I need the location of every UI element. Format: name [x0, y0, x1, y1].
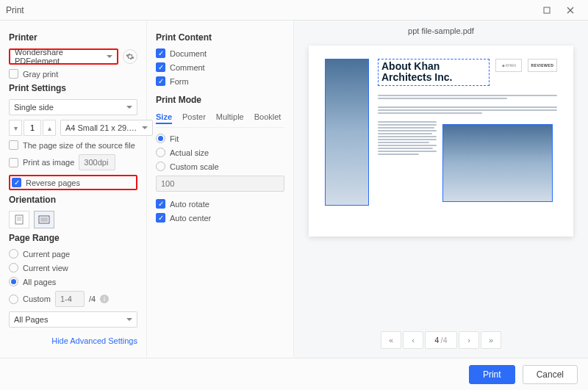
document-label: Document — [170, 49, 207, 58]
all-pages-label: All pages — [23, 278, 56, 286]
paper-value: A4 Small 21 x 29.7 cm — [65, 123, 139, 132]
printer-settings-button[interactable] — [123, 49, 137, 64]
orientation-heading: Orientation — [9, 195, 137, 205]
titlebar: Print — [0, 0, 588, 21]
source-size-checkbox[interactable] — [9, 140, 18, 150]
pager-prev-button[interactable]: ‹ — [403, 331, 423, 349]
actual-size-radio[interactable] — [156, 148, 165, 157]
preview-pager: « ‹ 4/4 › » — [294, 325, 588, 358]
preview-reviewed-badge: REVIEWED — [528, 59, 557, 72]
orientation-landscape-button[interactable] — [34, 211, 54, 228]
chevron-down-icon — [126, 318, 132, 321]
info-icon: i — [100, 295, 109, 303]
print-mode-tabs: Size Poster Multiple Booklet — [156, 111, 284, 128]
printer-heading: Printer — [9, 32, 137, 43]
custom-radio[interactable] — [9, 295, 18, 304]
print-button[interactable]: Print — [469, 365, 515, 384]
page-subset-select[interactable]: All Pages — [9, 311, 137, 328]
side-select[interactable]: Single side — [9, 99, 137, 115]
custom-range-input — [55, 291, 85, 307]
print-settings-heading: Print Settings — [9, 83, 137, 93]
form-checkbox[interactable] — [156, 76, 165, 86]
print-dialog: Print Printer Wondershare PDFelement Gra… — [0, 0, 588, 390]
tab-multiple[interactable]: Multiple — [216, 111, 244, 124]
scale-input — [156, 176, 284, 192]
all-pages-radio[interactable] — [9, 277, 18, 286]
gray-print-label: Gray print — [23, 70, 58, 79]
reverse-pages-label: Reverse pages — [26, 178, 80, 187]
tab-size[interactable]: Size — [156, 111, 172, 124]
copies-up-button[interactable]: ▴ — [43, 120, 56, 136]
auto-rotate-label: Auto rotate — [170, 200, 209, 209]
auto-center-label: Auto center — [170, 214, 211, 223]
preview-filename: ppt file-sample.pdf — [294, 21, 588, 40]
print-mode-heading: Print Mode — [156, 95, 284, 105]
cancel-button[interactable]: Cancel — [523, 365, 578, 384]
form-label: Form — [170, 77, 189, 86]
auto-rotate-checkbox[interactable] — [156, 199, 165, 209]
copies-down-button[interactable]: ▾ — [9, 120, 22, 136]
dialog-footer: Print Cancel — [0, 358, 588, 390]
hide-advanced-link[interactable]: Hide Advanced Settings — [51, 336, 137, 345]
middle-panel: Print Content Document Comment Form Prin… — [147, 21, 294, 358]
custom-total: /4 — [89, 295, 96, 303]
print-as-image-label: Print as image — [23, 158, 74, 167]
chevron-down-icon — [142, 126, 148, 129]
comment-checkbox[interactable] — [156, 62, 165, 72]
current-view-label: Current view — [23, 264, 68, 272]
side-value: Single side — [14, 103, 54, 112]
window-title: Print — [6, 5, 24, 15]
paper-select[interactable]: A4 Small 21 x 29.7 cm — [60, 120, 153, 136]
current-page-radio[interactable] — [9, 249, 18, 259]
printer-selected: Wondershare PDFelement — [15, 48, 104, 65]
actual-size-label: Actual size — [170, 148, 209, 157]
svg-rect-0 — [544, 7, 550, 13]
orientation-portrait-button[interactable] — [9, 211, 29, 228]
custom-label: Custom — [23, 295, 51, 303]
preview-page: About Khan Architects Inc. ◆ KHAN REVIEW… — [309, 46, 573, 236]
preview-doc-title: About Khan Architects Inc. — [378, 59, 490, 86]
copies-stepper: ▾ ▴ — [9, 120, 56, 136]
fit-radio[interactable] — [156, 134, 165, 143]
tab-booklet[interactable]: Booklet — [254, 111, 282, 124]
left-panel: Printer Wondershare PDFelement Gray prin… — [0, 21, 147, 358]
custom-scale-radio[interactable] — [156, 162, 165, 171]
document-checkbox[interactable] — [156, 48, 165, 58]
pager-last-button[interactable]: » — [481, 331, 501, 349]
source-size-label: The page size of the source file — [23, 141, 135, 150]
custom-scale-label: Custom scale — [170, 162, 219, 171]
print-content-heading: Print Content — [156, 32, 284, 43]
svg-rect-3 — [15, 215, 23, 224]
comment-label: Comment — [170, 63, 205, 72]
page-range-heading: Page Range — [9, 233, 137, 243]
reverse-pages-checkbox[interactable] — [12, 178, 21, 187]
gray-print-checkbox[interactable] — [9, 69, 18, 79]
pager-first-button[interactable]: « — [381, 331, 401, 349]
current-page-label: Current page — [23, 250, 70, 259]
close-button[interactable] — [559, 2, 582, 18]
maximize-button[interactable] — [535, 2, 559, 18]
chevron-down-icon — [126, 106, 132, 109]
preview-panel: ppt file-sample.pdf About Khan Architect… — [294, 21, 588, 358]
preview-image-right — [442, 124, 553, 202]
chevron-down-icon — [107, 55, 112, 58]
preview-logo: ◆ KHAN — [495, 59, 521, 72]
pager-next-button[interactable]: › — [459, 331, 479, 349]
subset-value: All Pages — [14, 315, 48, 324]
fit-label: Fit — [170, 134, 179, 143]
current-view-radio[interactable] — [9, 263, 18, 272]
tab-poster[interactable]: Poster — [182, 111, 206, 124]
auto-center-checkbox[interactable] — [156, 213, 165, 223]
printer-select[interactable]: Wondershare PDFelement — [9, 48, 118, 65]
preview-image-left — [325, 59, 369, 206]
print-as-image-checkbox[interactable] — [9, 158, 18, 167]
dpi-input — [79, 154, 115, 170]
copies-input[interactable] — [24, 120, 41, 136]
pager-info: 4/4 — [425, 331, 457, 349]
